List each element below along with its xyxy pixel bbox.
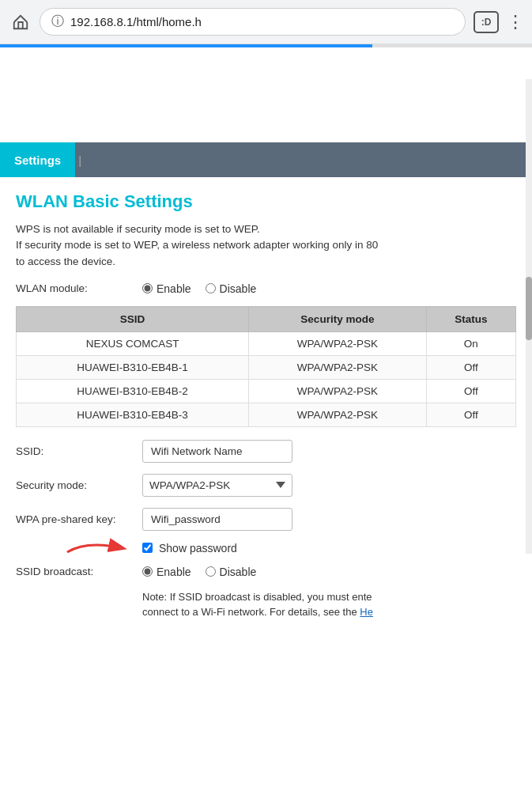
security-mode-row: Security mode: WPA/WPA2-PSKWPA2-PSKWEPNo… — [16, 474, 516, 497]
ssid-table: SSID Security mode Status NEXUS COMCASTW… — [16, 306, 516, 427]
security-mode-label: Security mode: — [16, 479, 142, 491]
col-header-security: Security mode — [249, 306, 426, 331]
scrollbar[interactable] — [526, 79, 532, 554]
table-cell-status: Off — [426, 355, 515, 379]
info-section: WPS is not available if security mode is… — [0, 221, 532, 282]
info-line-2: If security mode is set to WEP, a wirele… — [16, 237, 516, 253]
info-line-3: to access the device. — [16, 254, 516, 270]
arrow-annotation — [63, 542, 134, 555]
show-password-checkbox[interactable] — [142, 543, 153, 553]
broadcast-enable-option[interactable]: Enable — [142, 566, 191, 578]
table-cell-status: Off — [426, 403, 515, 426]
wlan-module-radio-group: Enable Disable — [142, 282, 256, 295]
page-load-progress — [0, 44, 532, 47]
wlan-module-row: WLAN module: Enable Disable — [16, 282, 516, 295]
ssid-broadcast-row: SSID broadcast: Enable Disable — [16, 566, 516, 578]
address-text: 192.168.8.1/html/home.h — [70, 15, 202, 28]
table-row[interactable]: HUAWEI-B310-EB4B-1WPA/WPA2-PSKOff — [17, 355, 516, 379]
ssid-broadcast-radio-group: Enable Disable — [142, 566, 256, 578]
ssid-broadcast-note: Note: If SSID broadcast is disabled, you… — [16, 589, 516, 620]
show-password-checkbox-label[interactable]: Show password — [142, 542, 237, 555]
note-link[interactable]: He — [360, 606, 373, 618]
ssid-table-container: SSID Security mode Status NEXUS COMCASTW… — [0, 306, 532, 427]
security-mode-select[interactable]: WPA/WPA2-PSKWPA2-PSKWEPNone — [142, 474, 292, 497]
home-icon[interactable] — [9, 11, 32, 33]
wlan-enable-label: Enable — [157, 282, 191, 295]
info-line-1: WPS is not available if security mode is… — [16, 221, 516, 237]
tab-divider: | — [75, 142, 85, 177]
wlan-enable-option[interactable]: Enable — [142, 282, 191, 295]
note-text-1: Note: If SSID broadcast is disabled, you… — [142, 591, 372, 603]
table-cell-security: WPA/WPA2-PSK — [249, 331, 426, 355]
table-cell-status: Off — [426, 379, 515, 403]
wlan-disable-label: Disable — [220, 282, 257, 295]
wlan-disable-radio[interactable] — [206, 283, 216, 293]
wpa-key-row: WPA pre-shared key: — [16, 508, 516, 531]
ssid-broadcast-label: SSID broadcast: — [16, 566, 142, 577]
table-cell-security: WPA/WPA2-PSK — [249, 355, 426, 379]
wpa-key-label: WPA pre-shared key: — [16, 513, 142, 525]
tab-count: :D — [481, 17, 492, 28]
table-cell-ssid: HUAWEI-B310-EB4B-3 — [17, 403, 249, 426]
col-header-status: Status — [426, 306, 515, 331]
wpa-key-input[interactable] — [142, 508, 292, 531]
broadcast-enable-label: Enable — [157, 566, 191, 578]
table-cell-ssid: NEXUS COMCAST — [17, 331, 249, 355]
table-cell-security: WPA/WPA2-PSK — [249, 403, 426, 426]
page-title: WLAN Basic Settings — [0, 177, 532, 221]
broadcast-disable-option[interactable]: Disable — [206, 566, 257, 578]
ssid-form: SSID: Security mode: WPA/WPA2-PSKWPA2-PS… — [0, 440, 532, 620]
tab-bar: Settings | — [0, 142, 532, 177]
wlan-module-label: WLAN module: — [16, 282, 142, 294]
broadcast-enable-radio[interactable] — [142, 566, 153, 577]
col-header-ssid: SSID — [17, 306, 249, 331]
browser-chrome: ⓘ 192.168.8.1/html/home.h :D ⋮ — [0, 0, 532, 44]
ssid-label: SSID: — [16, 445, 142, 457]
top-spacer — [0, 47, 532, 95]
wlan-disable-option[interactable]: Disable — [206, 282, 257, 295]
tab-settings-label: Settings — [14, 153, 61, 167]
table-cell-security: WPA/WPA2-PSK — [249, 379, 426, 403]
table-row[interactable]: HUAWEI-B310-EB4B-2WPA/WPA2-PSKOff — [17, 379, 516, 403]
table-cell-status: On — [426, 331, 515, 355]
table-row[interactable]: NEXUS COMCASTWPA/WPA2-PSKOn — [17, 331, 516, 355]
broadcast-disable-radio[interactable] — [206, 566, 216, 577]
table-row[interactable]: HUAWEI-B310-EB4B-3WPA/WPA2-PSKOff — [17, 403, 516, 426]
info-icon: ⓘ — [51, 13, 64, 30]
wlan-enable-radio[interactable] — [142, 283, 153, 293]
browser-menu-icon[interactable]: ⋮ — [507, 12, 523, 32]
ssid-input[interactable] — [142, 440, 292, 463]
table-cell-ssid: HUAWEI-B310-EB4B-1 — [17, 355, 249, 379]
broadcast-disable-label: Disable — [220, 566, 257, 578]
ssid-row: SSID: — [16, 440, 516, 463]
progress-fill — [0, 44, 372, 47]
tab-switcher-icon[interactable]: :D — [474, 11, 499, 33]
show-password-row: Show password — [16, 542, 516, 555]
arrow-icon — [63, 536, 134, 560]
show-password-label: Show password — [159, 542, 237, 555]
note-text-2: connect to a Wi-Fi network. For details,… — [142, 606, 357, 618]
address-bar[interactable]: ⓘ 192.168.8.1/html/home.h — [40, 8, 466, 36]
tab-settings[interactable]: Settings — [0, 142, 75, 177]
scroll-thumb[interactable] — [526, 277, 532, 340]
table-cell-ssid: HUAWEI-B310-EB4B-2 — [17, 379, 249, 403]
